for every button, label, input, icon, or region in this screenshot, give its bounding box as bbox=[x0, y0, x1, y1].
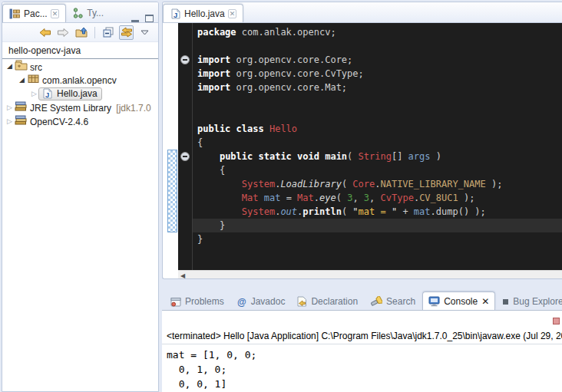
range-indicator bbox=[167, 150, 177, 232]
tree-item-opencv-2-4-6[interactable]: ▷OpenCV-2.4.6 bbox=[2, 114, 158, 128]
tree-rows: ◢src◢com.anlak.opencv▷JHello.java▷JRE Sy… bbox=[2, 59, 158, 128]
tree-item-hello-java[interactable]: ▷JHello.java bbox=[2, 87, 158, 100]
square-icon bbox=[502, 298, 509, 305]
collapse-arrow-icon[interactable]: ◢ bbox=[5, 62, 14, 70]
console-tab-problems[interactable]: Problems bbox=[165, 293, 230, 310]
code-line[interactable]: { bbox=[193, 163, 562, 177]
java-file-icon: J bbox=[170, 8, 181, 19]
expand-arrow-icon[interactable]: ▷ bbox=[5, 104, 14, 111]
code-line[interactable]: import org.opencv.core.CvType; bbox=[193, 67, 562, 81]
expand-arrow-icon[interactable]: ▷ bbox=[5, 117, 14, 125]
fold-collapse-icon[interactable] bbox=[180, 152, 190, 161]
console-tab-declaration[interactable]: Declaration bbox=[292, 293, 363, 310]
editor-tab-label: Hello.java bbox=[184, 8, 225, 19]
editor-tabbar: J Hello.java ✕ bbox=[163, 2, 562, 23]
editor-body[interactable]: package com.anlak.opencv;import org.open… bbox=[163, 23, 562, 270]
collapse-all-button[interactable] bbox=[101, 25, 115, 40]
link-with-editor-button[interactable] bbox=[119, 25, 134, 40]
editor-tab-hello-java[interactable]: J Hello.java ✕ bbox=[163, 4, 243, 22]
view-tab-label: Ty... bbox=[87, 8, 104, 18]
code-line[interactable]: System.LoadLibrary( Core.NATIVE_LIBRARY_… bbox=[193, 177, 562, 191]
tree-item-label: src bbox=[28, 62, 45, 73]
tree-item-com-anlak-opencv[interactable]: ◢com.anlak.opencv bbox=[2, 73, 158, 87]
type-hierarchy-icon bbox=[72, 8, 84, 18]
code-line[interactable]: public static void main( String[] args ) bbox=[193, 150, 562, 163]
maximize-icon[interactable] bbox=[145, 15, 154, 22]
annotation-ruler[interactable] bbox=[163, 23, 178, 270]
editor-panel: J Hello.java ✕ package com.anlak.opencv;… bbox=[162, 2, 562, 279]
toolbar-separator bbox=[94, 27, 95, 38]
source-folder-icon bbox=[14, 60, 28, 71]
tree-item-content: OpenCV-2.4.6 bbox=[14, 115, 91, 127]
fold-collapse-icon[interactable] bbox=[180, 55, 190, 64]
console-tab-console[interactable]: Console✕ bbox=[422, 292, 495, 310]
code-line[interactable]: import org.opencv.core.Mat; bbox=[193, 81, 562, 94]
console-tab-label: Search bbox=[386, 296, 415, 307]
minimize-icon[interactable] bbox=[131, 20, 139, 22]
remove-launch-icon[interactable] bbox=[553, 318, 560, 324]
up-folder-icon bbox=[75, 27, 88, 38]
code-line[interactable]: public class Hello bbox=[193, 122, 562, 136]
project-name[interactable]: hello-opencv-java bbox=[2, 44, 158, 59]
code-line[interactable] bbox=[193, 108, 562, 122]
java-file-icon: J bbox=[41, 88, 55, 99]
view-window-buttons bbox=[131, 15, 158, 22]
tree-item-label: OpenCV-2.4.6 bbox=[28, 117, 91, 127]
horizontal-scrollbar[interactable]: ◀ bbox=[178, 270, 562, 279]
javadoc-icon: @ bbox=[236, 296, 247, 307]
code-line[interactable]: package com.anlak.opencv; bbox=[193, 25, 562, 39]
link-editor-icon bbox=[121, 27, 133, 38]
console-tabbar: Problems@JavadocDeclarationSearchConsole… bbox=[162, 290, 562, 310]
view-tab-package-explorer[interactable]: Pac...✕ bbox=[2, 4, 66, 22]
library-icon bbox=[14, 101, 28, 111]
code-line[interactable]: import org.opencv.core.Core; bbox=[193, 53, 562, 67]
view-menu-button[interactable] bbox=[137, 25, 152, 40]
console-panel: Problems@JavadocDeclarationSearchConsole… bbox=[162, 290, 562, 392]
console-output-line: 0, 1, 0; bbox=[167, 362, 562, 377]
close-icon[interactable]: ✕ bbox=[51, 9, 60, 18]
selected-tree-item: JHello.java bbox=[38, 87, 102, 100]
collapse-arrow-icon[interactable]: ◢ bbox=[18, 76, 26, 84]
code-line[interactable] bbox=[193, 39, 562, 53]
tree-item-label: Hello.java bbox=[55, 88, 100, 99]
console-tab-javadoc[interactable]: @Javadoc bbox=[231, 293, 291, 310]
code-line[interactable]: System.out.println( "mat = " + mat.dump(… bbox=[193, 205, 562, 219]
package-explorer-panel: Pac...✕Ty... hello-opencv-java ◢src◢com.… bbox=[2, 2, 159, 392]
tree-item-decorator: [jdk1.7.0 bbox=[114, 103, 151, 114]
tree-item-src[interactable]: ◢src bbox=[2, 59, 158, 73]
project-tree: hello-opencv-java ◢src◢com.anlak.opencv▷… bbox=[2, 42, 158, 128]
library-icon bbox=[14, 115, 28, 125]
code-area[interactable]: package com.anlak.opencv;import org.open… bbox=[193, 23, 562, 270]
tree-item-content: JRE System Library [jdk1.7.0 bbox=[14, 101, 151, 114]
package-explorer-toolbar bbox=[2, 23, 158, 42]
forward-button[interactable] bbox=[56, 25, 71, 40]
code-line[interactable] bbox=[193, 94, 562, 108]
console-tab-label: Declaration bbox=[311, 296, 358, 307]
console-tab-label: Console bbox=[444, 296, 478, 307]
current-line[interactable]: } bbox=[193, 219, 562, 232]
code-line[interactable]: Mat mat = Mat.eye( 3, 3, CvType.CV_8UC1 … bbox=[193, 191, 562, 205]
code-line[interactable]: { bbox=[193, 136, 562, 150]
console-tab-label: Javadoc bbox=[251, 296, 286, 307]
console-tab-label: Bug Explorer bbox=[513, 296, 562, 307]
package-explorer-tabbar: Pac...✕Ty... bbox=[2, 2, 158, 23]
view-tab-type-hierarchy[interactable]: Ty... bbox=[66, 4, 110, 22]
back-button[interactable] bbox=[38, 25, 52, 40]
close-icon[interactable]: ✕ bbox=[481, 296, 489, 307]
console-output: mat = [1, 0, 0; 0, 1, 0; 0, 0, 1] bbox=[162, 344, 562, 391]
tree-item-label: com.anlak.opencv bbox=[40, 75, 119, 86]
code-line[interactable]: } bbox=[193, 232, 562, 246]
view-tab-label: Pac... bbox=[24, 8, 48, 19]
console-tab-search[interactable]: Search bbox=[365, 293, 421, 310]
close-icon[interactable]: ✕ bbox=[228, 9, 237, 18]
expand-arrow-icon[interactable]: ▷ bbox=[30, 90, 38, 97]
console-body[interactable]: <terminated> Hello [Java Application] C:… bbox=[162, 310, 562, 392]
scroll-left-arrow-icon[interactable]: ◀ bbox=[178, 272, 187, 279]
up-button[interactable] bbox=[74, 25, 89, 40]
tree-item-jre-system-library[interactable]: ▷JRE System Library [jdk1.7.0 bbox=[2, 100, 158, 114]
fold-gutter[interactable] bbox=[178, 23, 193, 270]
tree-item-content: com.anlak.opencv bbox=[26, 74, 119, 86]
console-status-line: <terminated> Hello [Java Application] C:… bbox=[162, 311, 562, 344]
console-tab-bug-explorer[interactable]: Bug Explorer bbox=[497, 293, 562, 310]
console-output-line: 0, 0, 1] bbox=[167, 377, 562, 391]
